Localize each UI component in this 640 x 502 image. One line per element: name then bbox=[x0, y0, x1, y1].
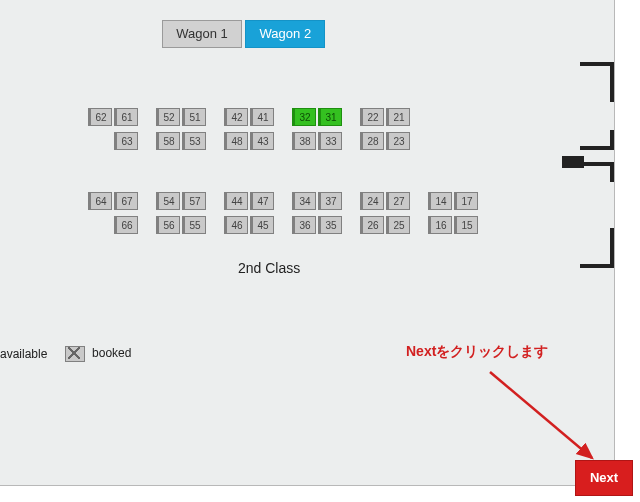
seat-group: 5853 bbox=[156, 132, 216, 150]
seat-group: 1615 bbox=[428, 216, 488, 234]
seat-26[interactable]: 26 bbox=[360, 216, 384, 234]
legend-booked-label: booked bbox=[92, 346, 131, 360]
seat-53[interactable]: 53 bbox=[182, 132, 206, 150]
seat-43[interactable]: 43 bbox=[250, 132, 274, 150]
seat-46[interactable]: 46 bbox=[224, 216, 248, 234]
seat-group: 4645 bbox=[224, 216, 284, 234]
seat-group: 1417 bbox=[428, 192, 488, 210]
seat-group: 6467 bbox=[88, 192, 148, 210]
seat-group: 4843 bbox=[224, 132, 284, 150]
seat-23[interactable]: 23 bbox=[386, 132, 410, 150]
seat-41[interactable]: 41 bbox=[250, 108, 274, 126]
seat-group: 6261 bbox=[88, 108, 148, 126]
seat-group: 2221 bbox=[360, 108, 420, 126]
instruction-text: Nextをクリックします bbox=[406, 343, 548, 361]
seat-21[interactable]: 21 bbox=[386, 108, 410, 126]
seat-64[interactable]: 64 bbox=[88, 192, 112, 210]
carriage-bracket-icon bbox=[580, 228, 614, 268]
seat-33[interactable]: 33 bbox=[318, 132, 342, 150]
seat-56[interactable]: 56 bbox=[156, 216, 180, 234]
seat-group: 5251 bbox=[156, 108, 216, 126]
seat-28[interactable]: 28 bbox=[360, 132, 384, 150]
seat-34[interactable]: 34 bbox=[292, 192, 316, 210]
seat-15[interactable]: 15 bbox=[454, 216, 478, 234]
seat-37[interactable]: 37 bbox=[318, 192, 342, 210]
seat-44[interactable]: 44 bbox=[224, 192, 248, 210]
seat-14[interactable]: 14 bbox=[428, 192, 452, 210]
seat-45[interactable]: 45 bbox=[250, 216, 274, 234]
carriage-bracket-icon bbox=[580, 62, 614, 102]
seat-55[interactable]: 55 bbox=[182, 216, 206, 234]
legend: available booked bbox=[0, 346, 145, 362]
seat-38[interactable]: 38 bbox=[292, 132, 316, 150]
seat-32[interactable]: 32 bbox=[292, 108, 316, 126]
tab-wagon-2[interactable]: Wagon 2 bbox=[245, 20, 325, 48]
seat-42[interactable]: 42 bbox=[224, 108, 248, 126]
seat-group: 3635 bbox=[292, 216, 352, 234]
seat-61[interactable]: 61 bbox=[114, 108, 138, 126]
carriage-link-icon bbox=[562, 156, 584, 168]
seat-row: 6656554645363526251615 bbox=[88, 216, 588, 236]
class-label: 2nd Class bbox=[238, 260, 300, 276]
seat-selection-panel: Wagon 1 Wagon 2 626152514241323122216358… bbox=[0, 0, 615, 486]
wagon-tabs: Wagon 1 Wagon 2 bbox=[162, 20, 325, 48]
booked-icon bbox=[65, 346, 85, 362]
seat-group bbox=[428, 108, 488, 126]
seat-group: 63 bbox=[88, 132, 148, 150]
seat-group: 3231 bbox=[292, 108, 352, 126]
seat-54[interactable]: 54 bbox=[156, 192, 180, 210]
seat-17[interactable]: 17 bbox=[454, 192, 478, 210]
seat-group: 4241 bbox=[224, 108, 284, 126]
seat-63[interactable]: 63 bbox=[114, 132, 138, 150]
seat-22[interactable]: 22 bbox=[360, 108, 384, 126]
seat-62[interactable]: 62 bbox=[88, 108, 112, 126]
seat-group bbox=[428, 132, 488, 150]
seat-52[interactable]: 52 bbox=[156, 108, 180, 126]
seat-row: 646754574447343724271417 bbox=[88, 192, 588, 212]
seat-51[interactable]: 51 bbox=[182, 108, 206, 126]
seat-group: 2625 bbox=[360, 216, 420, 234]
seat-group: 2427 bbox=[360, 192, 420, 210]
seat-16[interactable]: 16 bbox=[428, 216, 452, 234]
seat-row: 635853484338332823 bbox=[88, 132, 588, 152]
seat-48[interactable]: 48 bbox=[224, 132, 248, 150]
seat-58[interactable]: 58 bbox=[156, 132, 180, 150]
legend-available: available bbox=[0, 347, 47, 361]
seat-66[interactable]: 66 bbox=[114, 216, 138, 234]
seat-group: 3437 bbox=[292, 192, 352, 210]
carriage-bracket-icon bbox=[580, 162, 614, 182]
seat-31[interactable]: 31 bbox=[318, 108, 342, 126]
seat-group: 66 bbox=[88, 216, 148, 234]
seat-row: 62615251424132312221 bbox=[88, 108, 588, 128]
tab-wagon-1[interactable]: Wagon 1 bbox=[162, 20, 242, 48]
seat-57[interactable]: 57 bbox=[182, 192, 206, 210]
seat-67[interactable]: 67 bbox=[114, 192, 138, 210]
seat-group: 2823 bbox=[360, 132, 420, 150]
seat-24[interactable]: 24 bbox=[360, 192, 384, 210]
legend-booked: booked bbox=[65, 346, 132, 362]
seat-36[interactable]: 36 bbox=[292, 216, 316, 234]
next-button[interactable]: Next bbox=[575, 460, 633, 496]
seat-group: 3833 bbox=[292, 132, 352, 150]
seat-area: 6261525142413231222163585348433833282364… bbox=[88, 108, 588, 240]
seat-group: 4447 bbox=[224, 192, 284, 210]
seat-35[interactable]: 35 bbox=[318, 216, 342, 234]
seat-27[interactable]: 27 bbox=[386, 192, 410, 210]
seat-group: 5457 bbox=[156, 192, 216, 210]
seat-47[interactable]: 47 bbox=[250, 192, 274, 210]
carriage-bracket-icon bbox=[580, 130, 614, 150]
seat-25[interactable]: 25 bbox=[386, 216, 410, 234]
seat-group: 5655 bbox=[156, 216, 216, 234]
